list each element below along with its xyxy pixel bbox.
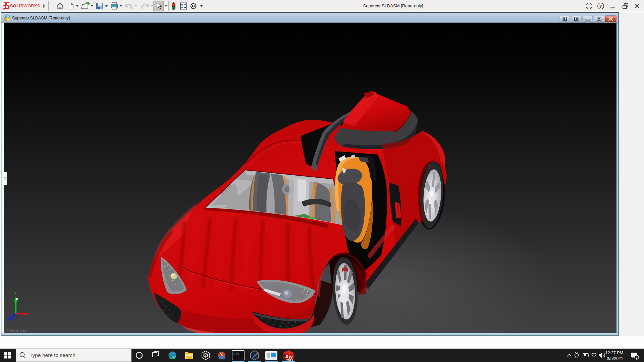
svg-text:C:\_: C:\_	[233, 353, 241, 356]
svg-text:SOLIDWORKS: SOLIDWORKS	[10, 3, 40, 8]
svg-text:*Dimetric: *Dimetric	[7, 328, 27, 333]
svg-text:3/5/2021: 3/5/2021	[607, 356, 623, 361]
svg-text:1: 1	[636, 356, 637, 359]
svg-text:Supercar.SLDASM [Read-only]: Supercar.SLDASM [Read-only]	[12, 16, 70, 20]
svg-text:12:27 PM: 12:27 PM	[605, 351, 623, 355]
svg-text:Type here to search: Type here to search	[30, 352, 75, 358]
svg-text:Y: Y	[14, 291, 17, 295]
svg-text:?: ?	[599, 4, 602, 9]
svg-text:Supercar.SLDASM [Read-only]: Supercar.SLDASM [Read-only]	[363, 3, 423, 8]
